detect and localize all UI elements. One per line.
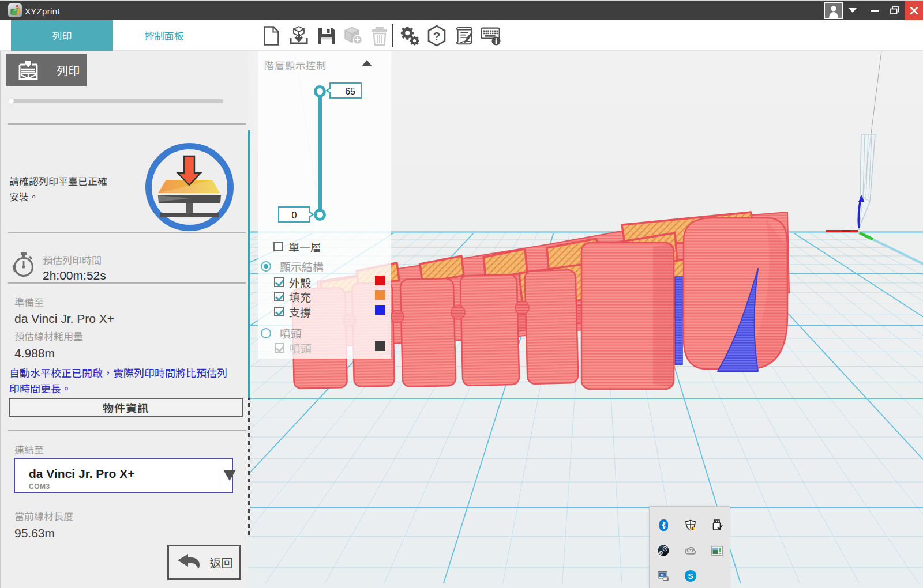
infill-color-swatch — [375, 290, 385, 300]
est-time-label: 預估列印時間 — [43, 252, 102, 267]
shell-checkbox[interactable] — [274, 277, 284, 287]
support-color-swatch — [375, 305, 385, 315]
system-tray-popup: DL S — [649, 506, 730, 588]
support-label: 支撐 — [289, 304, 311, 319]
delete-button[interactable] — [369, 25, 390, 46]
structure-label: 顯示結構 — [280, 258, 324, 274]
toolbar-separator — [392, 24, 393, 47]
progress-bar — [9, 99, 223, 103]
user-avatar-icon[interactable] — [824, 2, 843, 19]
layer-display-panel: 階層顯示控制 65 0 單一層 顯示結構 外殼 填充 支撐 噴頭 — [258, 51, 391, 359]
connect-label: 連結至 — [14, 442, 44, 457]
sign-document-button[interactable] — [453, 25, 474, 46]
skype-icon[interactable]: S — [685, 570, 696, 582]
settings-icon — [399, 25, 420, 47]
tray-spacer — [711, 570, 723, 582]
dropdown-separator — [219, 459, 219, 492]
layer-slider-track[interactable] — [318, 91, 322, 214]
steam-icon[interactable] — [658, 545, 669, 556]
current-filament-label: 當前線材長度 — [14, 508, 73, 523]
prepare-label: 準備至 — [14, 295, 44, 309]
divider — [8, 430, 246, 431]
single-layer-row[interactable]: 單一層 — [273, 239, 321, 254]
single-layer-checkbox[interactable] — [273, 242, 283, 251]
dropdown-selected-port: COM3 — [29, 481, 50, 491]
divider — [8, 232, 246, 233]
dropdown-selected-printer: da Vinci Jr. Pro X+ — [29, 464, 134, 481]
layer-slider-handle-min[interactable] — [314, 209, 326, 221]
back-arrow-icon — [176, 553, 202, 572]
svg-text:S: S — [688, 572, 693, 581]
displaylink-icon[interactable]: DL — [658, 570, 669, 582]
export-package-icon — [343, 26, 363, 46]
tab-control-panel[interactable]: 控制面板 — [113, 20, 215, 51]
keyboard-info-button[interactable] — [481, 25, 501, 46]
save-icon — [317, 27, 336, 46]
nozzle-sub-label: 噴頭 — [290, 340, 312, 356]
collapse-icon[interactable] — [362, 60, 372, 66]
back-button[interactable]: 返回 — [167, 545, 241, 580]
usb-eject-icon[interactable] — [711, 519, 723, 531]
support-row[interactable]: 支撐 — [274, 304, 311, 319]
help-button[interactable]: ? — [426, 25, 447, 46]
minimize-button[interactable] — [864, 1, 885, 20]
layer-slider-handle-max[interactable] — [314, 85, 326, 97]
tab-print-label: 列印 — [52, 28, 72, 43]
app-icon — [8, 3, 22, 17]
print-side-panel: 列印 請確認列印平臺已正確安裝。 預估列印時間 2h:00m:52s 準備至 d… — [0, 51, 248, 588]
new-file-button[interactable] — [261, 25, 282, 46]
viewport-3d[interactable]: DL S 階層顯示控制 65 0 單一層 顯示結構 外殼 — [248, 51, 923, 588]
infill-row[interactable]: 填充 — [274, 289, 311, 304]
import-model-button[interactable] — [288, 25, 309, 46]
settings-button[interactable] — [399, 25, 420, 46]
shell-row[interactable]: 外殼 — [274, 274, 311, 290]
sign-document-icon — [453, 25, 474, 46]
creative-cloud-icon[interactable] — [685, 545, 696, 556]
back-button-label: 返回 — [210, 554, 233, 571]
tab-bar: 列印 控制面板 — [0, 20, 923, 51]
current-filament-value: 95.63m — [14, 523, 55, 541]
nozzle-sub-row: 噴頭 — [275, 340, 312, 356]
progress-handle — [9, 99, 14, 104]
filament-estimate-value: 4.988m — [14, 344, 55, 361]
titlebar-caret-icon[interactable] — [846, 1, 860, 20]
object-info-button[interactable]: 物件資訊 — [9, 398, 243, 417]
layer-max-value[interactable]: 65 — [329, 82, 362, 99]
tab-control-panel-label: 控制面板 — [145, 28, 184, 43]
divider — [8, 282, 246, 284]
tab-print[interactable]: 列印 — [11, 20, 113, 51]
defender-shield-icon[interactable] — [685, 519, 696, 531]
title-bar: XYZprint — [0, 0, 923, 20]
layer-max-text: 65 — [345, 84, 355, 97]
print-button-label: 列印 — [57, 62, 80, 78]
keyboard-info-icon — [481, 25, 501, 46]
single-layer-label: 單一層 — [288, 239, 321, 254]
restore-button[interactable] — [885, 1, 905, 20]
filament-estimate-label: 預估線材耗用量 — [14, 329, 83, 343]
close-button[interactable] — [905, 1, 923, 20]
layer-min-value[interactable]: 0 — [278, 206, 310, 223]
delete-icon — [371, 26, 388, 46]
help-icon: ? — [426, 25, 447, 47]
svg-text:?: ? — [433, 29, 441, 43]
divider — [8, 123, 246, 125]
nozzle-radio[interactable] — [261, 328, 271, 338]
save-button[interactable] — [316, 25, 337, 46]
support-checkbox[interactable] — [274, 307, 284, 316]
viewport-border-grip[interactable] — [248, 398, 250, 539]
import-model-icon — [288, 25, 309, 46]
export-package-button[interactable] — [343, 25, 363, 46]
dropdown-arrow-icon[interactable] — [223, 470, 236, 481]
printer-name: da Vinci Jr. Pro X+ — [14, 309, 114, 326]
printer-select-dropdown[interactable]: da Vinci Jr. Pro X+ COM3 — [14, 458, 233, 493]
svg-text:DL: DL — [661, 574, 664, 577]
nozzle-radio-row[interactable]: 噴頭 — [261, 325, 302, 341]
nozzle-sub-checkbox — [275, 343, 284, 353]
structure-radio-row[interactable]: 顯示結構 — [261, 258, 324, 274]
print-button[interactable]: 列印 — [6, 54, 87, 86]
app-panel-icon[interactable] — [711, 545, 723, 556]
bluetooth-icon[interactable] — [658, 519, 669, 531]
infill-checkbox[interactable] — [274, 292, 284, 301]
structure-radio[interactable] — [261, 261, 271, 272]
nozzle-color-swatch — [375, 341, 385, 351]
